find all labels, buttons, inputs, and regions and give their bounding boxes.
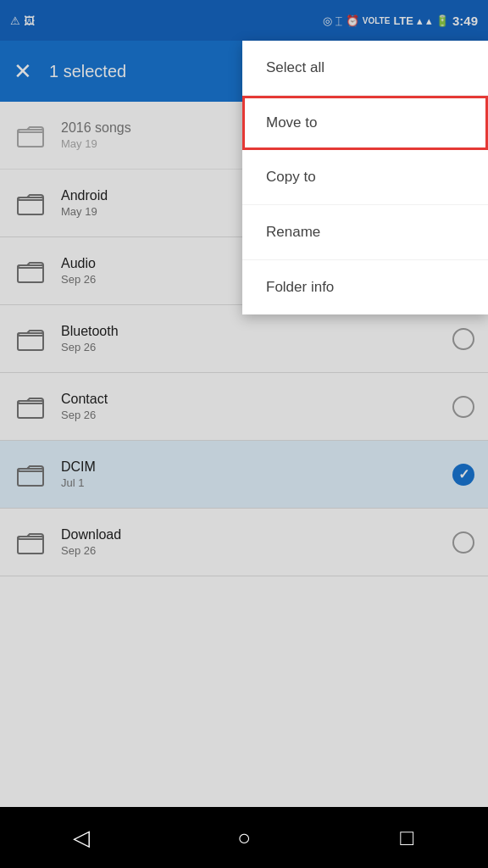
select-radio[interactable]: [452, 328, 474, 350]
menu-item-move-to[interactable]: Move to: [242, 96, 488, 150]
battery-icon: 🔋: [435, 14, 449, 27]
signal1-icon: ▴: [417, 14, 423, 27]
folder-icon: [14, 458, 47, 492]
file-name: DCIM: [61, 459, 452, 475]
status-bar-right-icons: ◎ ⌶ ⏰ VOLTE LTE ▴ ▴ 🔋 3:49: [323, 14, 478, 28]
file-date: Sep 26: [61, 409, 452, 421]
notification-icon-2: 🖼: [24, 14, 35, 27]
folder-icon: [14, 186, 47, 220]
menu-item-folder-info[interactable]: Folder info: [242, 260, 488, 314]
file-name: Bluetooth: [61, 324, 452, 339]
app-bar-title: 1 selected: [49, 62, 126, 81]
folder-icon: [14, 390, 47, 424]
folder-icon: [14, 526, 47, 559]
context-menu: Select all Move to Copy to Rename Folder…: [242, 41, 488, 314]
file-info: Download Sep 26: [61, 527, 452, 557]
list-item[interactable]: Download Sep 26: [0, 509, 488, 576]
file-date: Sep 26: [61, 341, 452, 353]
select-radio[interactable]: [452, 531, 474, 554]
file-date: Sep 26: [61, 544, 452, 557]
file-date: Jul 1: [61, 476, 452, 489]
menu-item-rename[interactable]: Rename: [242, 205, 488, 260]
list-item[interactable]: Contact Sep 26: [0, 373, 488, 441]
select-radio[interactable]: [452, 396, 474, 418]
close-button[interactable]: ✕: [14, 60, 32, 82]
clock: 3:49: [452, 14, 478, 28]
menu-item-select-all[interactable]: Select all: [242, 41, 488, 96]
signal2-icon: ▴: [426, 14, 432, 27]
list-item[interactable]: DCIM Jul 1: [0, 441, 488, 509]
select-radio-checked[interactable]: [452, 464, 474, 486]
list-item[interactable]: Bluetooth Sep 26: [0, 305, 488, 373]
status-bar: ⚠ 🖼 ◎ ⌶ ⏰ VOLTE LTE ▴ ▴ 🔋 3:49: [0, 0, 488, 41]
alarm-icon: ⏰: [346, 14, 359, 27]
vibrate-icon: ⌶: [336, 14, 342, 27]
folder-icon: [14, 322, 47, 356]
folder-icon: [14, 119, 47, 153]
folder-icon: [14, 254, 47, 288]
volte-label: VOLTE: [363, 16, 391, 25]
lte-label: LTE: [393, 14, 413, 27]
home-button[interactable]: ○: [224, 817, 264, 858]
back-button[interactable]: ◁: [61, 817, 102, 858]
file-info: DCIM Jul 1: [61, 459, 452, 489]
status-bar-left-icons: ⚠ 🖼: [10, 14, 35, 27]
file-info: Contact Sep 26: [61, 392, 452, 421]
menu-item-copy-to[interactable]: Copy to: [242, 150, 488, 205]
file-name: Contact: [61, 392, 452, 407]
file-info: Bluetooth Sep 26: [61, 324, 452, 353]
bottom-nav: ◁ ○ □: [0, 807, 488, 868]
wifi-icon: ◎: [323, 14, 332, 27]
notification-icon-1: ⚠: [10, 14, 20, 27]
recent-button[interactable]: □: [386, 817, 427, 858]
file-name: Download: [61, 527, 452, 542]
